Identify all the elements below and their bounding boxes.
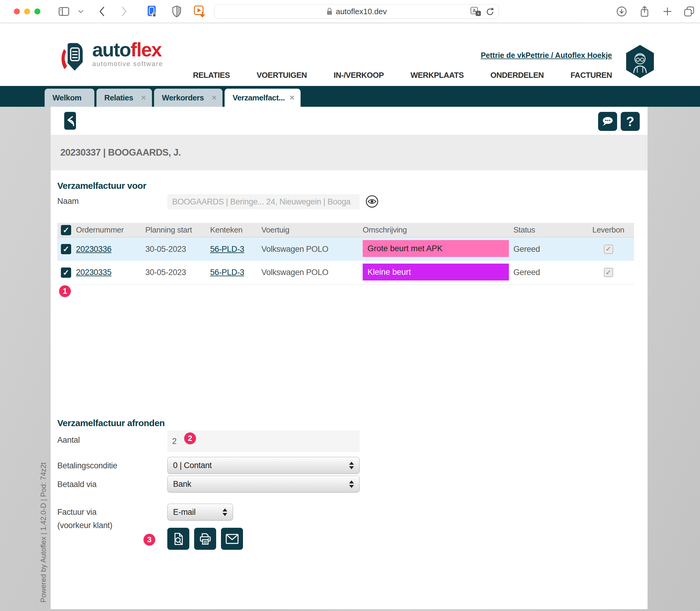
betalingsconditie-select[interactable]: 0 | Contant bbox=[167, 457, 360, 474]
omschrijving-highlight: Kleine beurt bbox=[363, 264, 509, 281]
order-link[interactable]: 20230336 bbox=[76, 244, 145, 254]
nav-facturen[interactable]: FACTUREN bbox=[570, 71, 612, 80]
status: Gereed bbox=[513, 268, 583, 277]
forward-nav-icon[interactable] bbox=[118, 5, 130, 17]
leverbon-checkbox[interactable]: ✓ bbox=[604, 244, 613, 254]
row-checkbox[interactable]: ✓ bbox=[61, 268, 71, 278]
tab-welkom[interactable]: Welkom bbox=[45, 89, 94, 107]
logo-tagline: automotive software bbox=[92, 60, 163, 68]
user-account-link[interactable]: Pettrie de vkPettrie / Autoflex Hoekje bbox=[481, 51, 612, 60]
powered-by-text: Powered by Autoflex | 1.42.0-D | Pod: 74… bbox=[39, 428, 50, 602]
lock-icon bbox=[326, 7, 333, 16]
planning-start: 30-05-2023 bbox=[145, 268, 210, 277]
tab-label: Werkorders bbox=[162, 93, 204, 103]
nav-werkplaats[interactable]: WERKPLAATS bbox=[411, 71, 464, 80]
autoflex-logo[interactable]: autoflex automotive software bbox=[59, 41, 163, 74]
col-planning-start: Planning start bbox=[145, 225, 210, 235]
col-voertuig: Voertuig bbox=[261, 225, 363, 235]
close-tab-icon[interactable]: × bbox=[204, 93, 216, 103]
minimize-window-button[interactable] bbox=[24, 9, 30, 14]
naam-input[interactable]: BOOGAARDS | Beringe... 24, Nieuwegein | … bbox=[167, 194, 360, 209]
print-invoice-button[interactable] bbox=[194, 528, 216, 550]
betalingsconditie-value: 0 | Contant bbox=[173, 461, 212, 470]
tab-werkorders[interactable]: Werkorders × bbox=[154, 89, 223, 107]
tab-verzamelfactuur[interactable]: Verzamelfact... × bbox=[225, 89, 301, 107]
leverbon-checkbox[interactable]: ✓ bbox=[604, 268, 613, 277]
tab-overview-icon[interactable] bbox=[683, 5, 695, 17]
record-title-bar: 20230337 | BOOGAARDS, J. bbox=[51, 135, 648, 170]
zoom-window-button[interactable] bbox=[34, 9, 41, 14]
voertuig: Volkswagen POLO bbox=[261, 268, 363, 277]
row-checkbox[interactable]: ✓ bbox=[61, 244, 71, 254]
svg-text:A: A bbox=[472, 8, 476, 13]
kenteken-link[interactable]: 56-PLD-3 bbox=[210, 268, 261, 277]
undo-arrow-icon bbox=[66, 116, 75, 126]
nav-relaties[interactable]: RELATIES bbox=[193, 71, 230, 80]
step-badge-3: 3 bbox=[143, 534, 155, 546]
planning-start: 30-05-2023 bbox=[145, 244, 210, 254]
printer-icon bbox=[199, 532, 212, 546]
select-arrows-icon bbox=[349, 480, 354, 488]
col-status: Status bbox=[513, 225, 583, 235]
table-row[interactable]: ✓ 20230335 30-05-2023 56-PLD-3 Volkswage… bbox=[57, 261, 634, 284]
document-preview-icon bbox=[172, 532, 185, 546]
factuur-via-label: Factuur via (voorkeur klant) bbox=[57, 505, 112, 532]
sidebar-icon[interactable] bbox=[58, 5, 70, 17]
col-ordernummer: Ordernummer bbox=[76, 225, 145, 235]
kenteken-link[interactable]: 56-PLD-3 bbox=[210, 244, 261, 254]
betaald-via-select[interactable]: Bank bbox=[167, 476, 360, 492]
chevron-down-icon[interactable] bbox=[75, 5, 87, 17]
back-nav-icon[interactable] bbox=[96, 5, 108, 17]
translate-icon[interactable]: A✕ bbox=[470, 6, 482, 17]
close-window-button[interactable] bbox=[14, 9, 20, 14]
tab-label: Welkom bbox=[52, 93, 81, 103]
close-tab-icon[interactable]: × bbox=[133, 93, 146, 103]
new-tab-icon[interactable] bbox=[661, 5, 673, 17]
invoice-actions bbox=[167, 528, 243, 550]
close-tab-icon[interactable]: × bbox=[285, 93, 294, 103]
select-all-checkbox[interactable]: ✓ bbox=[61, 225, 71, 235]
nav-in-verkoop[interactable]: IN-/VERKOOP bbox=[334, 71, 384, 80]
feedback-button[interactable] bbox=[598, 112, 617, 131]
factuur-via-select[interactable]: E-mail bbox=[167, 504, 233, 521]
voertuig: Volkswagen POLO bbox=[261, 244, 363, 254]
col-kenteken: Kenteken bbox=[210, 225, 261, 235]
password-extension-icon[interactable] bbox=[147, 5, 158, 17]
table-header-row: ✓ Ordernummer Planning start Kenteken Vo… bbox=[57, 223, 634, 237]
nav-onderdelen[interactable]: ONDERDELEN bbox=[490, 71, 544, 80]
col-omschrijving: Omschrijving bbox=[363, 225, 513, 235]
logo-auto: auto bbox=[92, 39, 131, 61]
main-nav: RELATIES VOERTUIGEN IN-/VERKOOP WERKPLAA… bbox=[193, 71, 612, 80]
order-link[interactable]: 20230335 bbox=[76, 268, 145, 277]
window-controls[interactable] bbox=[14, 9, 41, 14]
nav-voertuigen[interactable]: VOERTUIGEN bbox=[257, 71, 307, 80]
downloads-icon[interactable] bbox=[615, 5, 628, 17]
address-bar[interactable]: autoflex10.dev A✕ bbox=[214, 4, 499, 19]
svg-text:✕: ✕ bbox=[477, 12, 480, 15]
share-icon[interactable] bbox=[639, 5, 651, 17]
orders-table: ✓ Ordernummer Planning start Kenteken Vo… bbox=[57, 223, 634, 284]
view-relation-button[interactable] bbox=[365, 195, 379, 208]
browser-toolbar: autoflex10.dev A✕ bbox=[0, 0, 700, 23]
factuur-via-value: E-mail bbox=[173, 508, 196, 517]
shield-extension-icon[interactable] bbox=[171, 5, 183, 17]
table-row[interactable]: ✓ 20230336 30-05-2023 56-PLD-3 Volkswage… bbox=[57, 237, 634, 261]
avatar[interactable] bbox=[625, 44, 655, 79]
page-title: 20230337 | BOOGAARDS, J. bbox=[60, 147, 181, 158]
reload-icon[interactable] bbox=[486, 7, 494, 17]
back-button[interactable] bbox=[64, 112, 76, 130]
help-button[interactable]: ? bbox=[621, 112, 640, 131]
aantal-field: 2 bbox=[167, 430, 360, 452]
export-extension-icon[interactable] bbox=[194, 5, 206, 17]
naam-label: Naam bbox=[57, 197, 79, 206]
tab-relaties[interactable]: Relaties × bbox=[96, 89, 152, 107]
url-text: autoflex10.dev bbox=[336, 7, 387, 16]
omschrijving-highlight: Grote beurt met APK bbox=[363, 240, 509, 257]
preview-invoice-button[interactable] bbox=[167, 528, 189, 550]
tab-label: Verzamelfact... bbox=[232, 93, 285, 103]
chat-bubble-icon bbox=[601, 116, 614, 128]
section-heading-verzamelfactuur-afronden: Verzamelfactuur afronden bbox=[57, 418, 165, 428]
email-invoice-button[interactable] bbox=[221, 528, 243, 550]
logo-flex: flex bbox=[131, 39, 161, 61]
select-arrows-icon bbox=[349, 462, 354, 469]
